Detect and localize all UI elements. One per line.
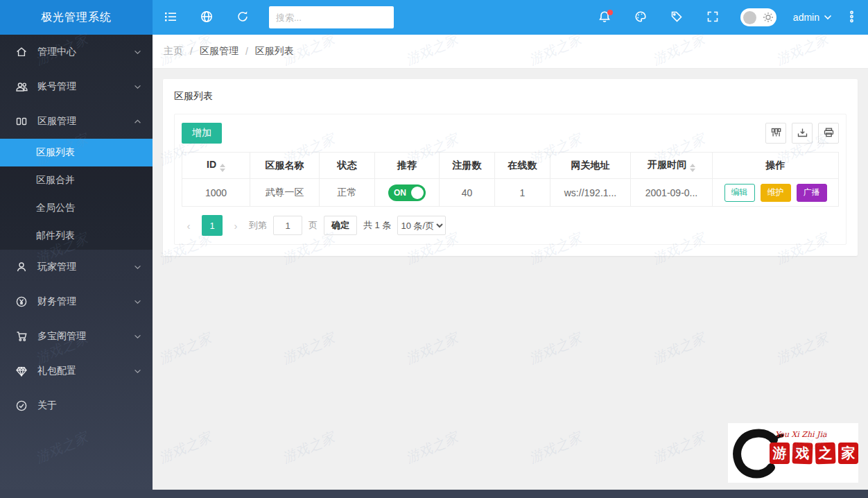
home-icon: [15, 46, 28, 58]
cell-gateway: ws://192.1...: [550, 179, 631, 207]
broadcast-button[interactable]: 广播: [797, 184, 827, 202]
header-recommend: 推荐: [375, 153, 440, 179]
submenu-item-label: 区服列表: [36, 146, 75, 159]
sidebar-item-label: 礼包配置: [37, 365, 76, 377]
columns-icon: [771, 128, 781, 139]
sort-icon[interactable]: [220, 164, 225, 172]
edit-button[interactable]: 编辑: [724, 184, 755, 202]
table-row: 1000 武尊一区 正常 ON 40 1 ws://192: [182, 179, 839, 207]
cell-name: 武尊一区: [250, 179, 320, 207]
header-status: 状态: [320, 153, 375, 179]
page-size-select[interactable]: 10 条/页: [397, 216, 446, 235]
toggle-knob: [743, 11, 756, 24]
seal-char: 游: [770, 443, 790, 464]
export-button[interactable]: [792, 123, 813, 144]
pagination: ‹ 1 › 到第 页 确定 共 1 条 10 条/页: [182, 215, 839, 236]
sidebar-item-treasure-shop[interactable]: 多宝阁管理: [0, 319, 153, 354]
sidebar-item-server-merge[interactable]: 区服合并: [0, 166, 153, 194]
page-number-input[interactable]: [273, 216, 302, 235]
table-header-row: ID 区服名称 状态 推荐 注册数 在线数 网关地址 开服时间 操作: [182, 153, 839, 179]
username: admin: [793, 12, 819, 23]
column-filter-button[interactable]: [765, 123, 786, 144]
header-registered: 注册数: [440, 153, 495, 179]
sidebar-item-admin-center[interactable]: 管理中心: [0, 35, 153, 69]
day-night-toggle[interactable]: [740, 8, 776, 26]
header-open-time[interactable]: 开服时间: [631, 153, 713, 179]
seal-char: 家: [838, 443, 858, 464]
sidebar-item-label: 多宝阁管理: [37, 330, 86, 343]
topbar: 极光管理系统: [0, 0, 868, 35]
header-id[interactable]: ID: [182, 153, 250, 179]
chevron-down-icon: [134, 369, 141, 374]
sidebar-item-about[interactable]: 关于: [0, 388, 153, 423]
notifications-button[interactable]: [587, 0, 623, 35]
sidebar-item-finance[interactable]: 财务管理: [0, 284, 153, 319]
users-icon: [15, 82, 28, 92]
next-page-button[interactable]: ›: [229, 220, 243, 232]
breadcrumb-servers[interactable]: 区服管理: [200, 45, 238, 58]
more-menu-button[interactable]: [839, 0, 864, 35]
submenu-item-label: 区服合并: [36, 174, 75, 187]
cell-actions: 编辑 维护 广播: [713, 179, 839, 207]
palette-icon: [634, 10, 647, 25]
sidebar-item-gift-config[interactable]: 礼包配置: [0, 354, 153, 388]
chevron-down-icon: [134, 334, 141, 339]
search-input[interactable]: [269, 6, 394, 28]
card-title: 区服列表: [174, 90, 847, 103]
recommend-toggle[interactable]: ON: [388, 184, 426, 201]
sidebar-item-global-notice[interactable]: 全局公告: [0, 194, 153, 222]
sidebar-item-accounts[interactable]: 账号管理: [0, 69, 153, 104]
tag-button[interactable]: [659, 0, 695, 35]
sidebar-item-label: 管理中心: [37, 46, 76, 58]
server-table: ID 区服名称 状态 推荐 注册数 在线数 网关地址 开服时间 操作: [182, 152, 839, 207]
table-toolbar: 增加: [182, 123, 839, 144]
site-home-button[interactable]: [189, 0, 225, 35]
submenu-item-label: 全局公告: [36, 202, 75, 214]
sun-icon: [763, 12, 774, 23]
cell-recommend: ON: [375, 179, 440, 207]
sidebar-item-servers[interactable]: 区服管理: [0, 104, 153, 139]
chevron-down-icon: [824, 15, 832, 20]
seal-char: 戏: [792, 443, 813, 465]
maintain-button[interactable]: 维护: [761, 184, 791, 202]
seal-char: 之: [815, 443, 835, 465]
fullscreen-icon: [706, 10, 719, 25]
theme-palette-button[interactable]: [623, 0, 659, 35]
print-button[interactable]: [818, 123, 839, 144]
sidebar-item-server-list[interactable]: 区服列表: [0, 139, 153, 166]
breadcrumb: 主页 / 区服管理 / 区服列表: [153, 35, 868, 69]
add-button[interactable]: 增加: [182, 123, 222, 144]
content: 区服列表 增加: [153, 69, 868, 266]
server-list-card: 区服列表 增加: [163, 79, 858, 256]
bottom-scrollbar-strip[interactable]: [0, 490, 868, 498]
user-menu[interactable]: admin: [786, 12, 839, 23]
cell-open-time: 2001-09-0...: [631, 179, 713, 207]
printer-icon: [824, 128, 834, 139]
menu-collapse-button[interactable]: [153, 0, 189, 35]
breadcrumb-home[interactable]: 主页: [164, 45, 183, 58]
header-actions: 操作: [713, 153, 839, 179]
header-gateway: 网关地址: [550, 153, 631, 179]
logo-seal-row: 游 戏 之 家: [770, 443, 858, 464]
chevron-down-icon: [134, 50, 141, 55]
sort-icon[interactable]: [690, 164, 695, 172]
hamburger-list-icon: [164, 11, 177, 24]
chevron-down-icon: [134, 265, 141, 270]
sidebar-item-players[interactable]: 玩家管理: [0, 250, 153, 284]
breadcrumb-server-list[interactable]: 区服列表: [255, 45, 294, 58]
tag-icon: [670, 10, 683, 25]
logo-subtitle: You Xi Zhi Jia: [775, 430, 827, 439]
fullscreen-button[interactable]: [695, 0, 731, 35]
globe-icon: [200, 10, 213, 25]
current-page[interactable]: 1: [202, 215, 223, 236]
more-dots-icon: [850, 10, 853, 25]
server-columns-icon: [15, 117, 28, 126]
confirm-button[interactable]: 确定: [324, 216, 357, 235]
page-unit-label: 页: [309, 219, 318, 232]
app-title: 极光管理系统: [0, 0, 153, 35]
refresh-icon: [236, 10, 249, 25]
sidebar-item-mail-list[interactable]: 邮件列表: [0, 222, 153, 250]
prev-page-button[interactable]: ‹: [182, 220, 196, 232]
main-area: 主页 / 区服管理 / 区服列表 区服列表 增加: [153, 35, 868, 490]
refresh-button[interactable]: [225, 0, 261, 35]
